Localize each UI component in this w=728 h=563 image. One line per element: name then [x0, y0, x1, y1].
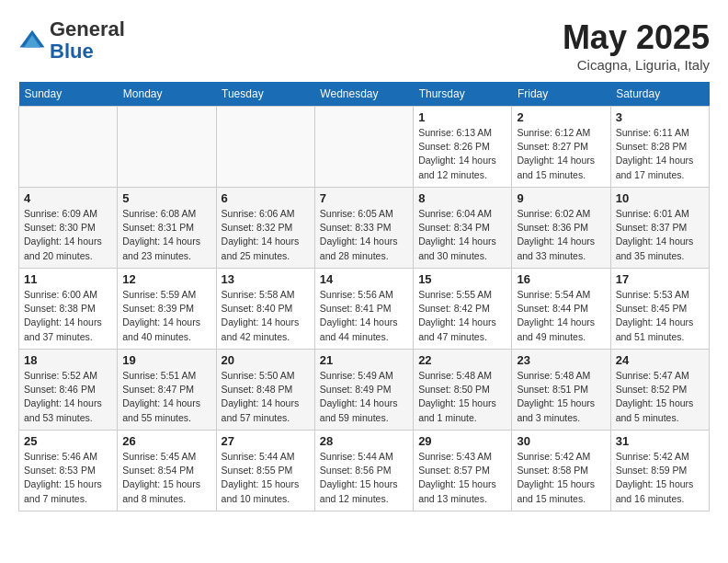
calendar-cell: 11Sunrise: 6:00 AM Sunset: 8:38 PM Dayli… — [19, 269, 118, 350]
calendar-cell: 6Sunrise: 6:06 AM Sunset: 8:32 PM Daylig… — [216, 188, 314, 269]
day-number: 23 — [517, 353, 605, 367]
day-info: Sunrise: 5:47 AM Sunset: 8:52 PM Dayligh… — [616, 369, 704, 425]
day-number: 24 — [616, 353, 704, 367]
day-info: Sunrise: 5:52 AM Sunset: 8:46 PM Dayligh… — [24, 369, 112, 425]
day-number: 22 — [418, 353, 506, 367]
calendar-cell: 22Sunrise: 5:48 AM Sunset: 8:50 PM Dayli… — [414, 350, 512, 431]
day-number: 14 — [320, 272, 408, 286]
day-number: 26 — [122, 434, 210, 448]
calendar-cell — [216, 107, 314, 188]
calendar-cell: 25Sunrise: 5:46 AM Sunset: 8:53 PM Dayli… — [19, 431, 118, 511]
calendar-cell: 29Sunrise: 5:43 AM Sunset: 8:57 PM Dayli… — [414, 431, 512, 511]
page-header: General Blue May 2025 Cicagna, Liguria, … — [18, 18, 710, 73]
day-number: 13 — [222, 272, 310, 286]
day-number: 11 — [24, 272, 112, 286]
day-info: Sunrise: 6:11 AM Sunset: 8:28 PM Dayligh… — [616, 126, 704, 182]
day-number: 4 — [24, 191, 112, 205]
week-row-2: 4Sunrise: 6:09 AM Sunset: 8:30 PM Daylig… — [19, 188, 710, 269]
calendar-cell: 16Sunrise: 5:54 AM Sunset: 8:44 PM Dayli… — [512, 269, 610, 350]
calendar-cell: 5Sunrise: 6:08 AM Sunset: 8:31 PM Daylig… — [118, 188, 216, 269]
day-number: 8 — [418, 191, 506, 205]
logo-general: General — [50, 17, 125, 40]
day-number: 30 — [517, 434, 605, 448]
calendar-cell: 10Sunrise: 6:01 AM Sunset: 8:37 PM Dayli… — [610, 188, 709, 269]
logo: General Blue — [18, 18, 125, 63]
title-block: May 2025 Cicagna, Liguria, Italy — [563, 18, 710, 73]
day-info: Sunrise: 5:58 AM Sunset: 8:40 PM Dayligh… — [222, 288, 310, 344]
day-number: 3 — [616, 110, 704, 124]
calendar-cell: 19Sunrise: 5:51 AM Sunset: 8:47 PM Dayli… — [118, 350, 216, 431]
column-header-monday: Monday — [118, 82, 216, 107]
calendar-cell: 14Sunrise: 5:56 AM Sunset: 8:41 PM Dayli… — [314, 269, 413, 350]
day-info: Sunrise: 5:44 AM Sunset: 8:55 PM Dayligh… — [222, 450, 310, 506]
day-info: Sunrise: 6:02 AM Sunset: 8:36 PM Dayligh… — [517, 207, 605, 263]
day-number: 31 — [616, 434, 704, 448]
calendar-cell: 1Sunrise: 6:13 AM Sunset: 8:26 PM Daylig… — [414, 107, 512, 188]
day-info: Sunrise: 6:08 AM Sunset: 8:31 PM Dayligh… — [122, 207, 210, 263]
calendar-cell: 7Sunrise: 6:05 AM Sunset: 8:33 PM Daylig… — [314, 188, 413, 269]
calendar-cell — [118, 107, 216, 188]
day-number: 20 — [222, 353, 310, 367]
calendar-cell — [19, 107, 118, 188]
day-number: 29 — [418, 434, 506, 448]
calendar-cell: 20Sunrise: 5:50 AM Sunset: 8:48 PM Dayli… — [216, 350, 314, 431]
day-info: Sunrise: 5:49 AM Sunset: 8:49 PM Dayligh… — [320, 369, 408, 425]
day-number: 19 — [122, 353, 210, 367]
day-info: Sunrise: 5:42 AM Sunset: 8:59 PM Dayligh… — [616, 450, 704, 506]
day-number: 16 — [517, 272, 605, 286]
day-info: Sunrise: 5:48 AM Sunset: 8:50 PM Dayligh… — [418, 369, 506, 425]
day-info: Sunrise: 5:56 AM Sunset: 8:41 PM Dayligh… — [320, 288, 408, 344]
day-info: Sunrise: 6:06 AM Sunset: 8:32 PM Dayligh… — [222, 207, 310, 263]
calendar-cell: 9Sunrise: 6:02 AM Sunset: 8:36 PM Daylig… — [512, 188, 610, 269]
day-info: Sunrise: 5:43 AM Sunset: 8:57 PM Dayligh… — [418, 450, 506, 506]
calendar-cell: 21Sunrise: 5:49 AM Sunset: 8:49 PM Dayli… — [314, 350, 413, 431]
day-number: 9 — [517, 191, 605, 205]
day-info: Sunrise: 6:12 AM Sunset: 8:27 PM Dayligh… — [517, 126, 605, 182]
location: Cicagna, Liguria, Italy — [563, 57, 710, 73]
day-number: 21 — [320, 353, 408, 367]
column-header-tuesday: Tuesday — [216, 82, 314, 107]
calendar-cell: 12Sunrise: 5:59 AM Sunset: 8:39 PM Dayli… — [118, 269, 216, 350]
day-info: Sunrise: 6:05 AM Sunset: 8:33 PM Dayligh… — [320, 207, 408, 263]
day-number: 27 — [222, 434, 310, 448]
day-number: 1 — [418, 110, 506, 124]
day-number: 10 — [616, 191, 704, 205]
day-info: Sunrise: 5:54 AM Sunset: 8:44 PM Dayligh… — [517, 288, 605, 344]
day-info: Sunrise: 5:46 AM Sunset: 8:53 PM Dayligh… — [24, 450, 112, 506]
header-row: SundayMondayTuesdayWednesdayThursdayFrid… — [19, 82, 710, 107]
day-info: Sunrise: 5:59 AM Sunset: 8:39 PM Dayligh… — [122, 288, 210, 344]
day-number: 2 — [517, 110, 605, 124]
day-info: Sunrise: 5:50 AM Sunset: 8:48 PM Dayligh… — [222, 369, 310, 425]
week-row-5: 25Sunrise: 5:46 AM Sunset: 8:53 PM Dayli… — [19, 431, 710, 511]
calendar-cell: 23Sunrise: 5:48 AM Sunset: 8:51 PM Dayli… — [512, 350, 610, 431]
logo-blue: Blue — [50, 40, 94, 63]
day-info: Sunrise: 6:04 AM Sunset: 8:34 PM Dayligh… — [418, 207, 506, 263]
calendar-cell: 18Sunrise: 5:52 AM Sunset: 8:46 PM Dayli… — [19, 350, 118, 431]
calendar-cell: 3Sunrise: 6:11 AM Sunset: 8:28 PM Daylig… — [610, 107, 709, 188]
month-title: May 2025 — [563, 18, 710, 57]
day-number: 18 — [24, 353, 112, 367]
column-header-thursday: Thursday — [414, 82, 512, 107]
day-info: Sunrise: 5:42 AM Sunset: 8:58 PM Dayligh… — [517, 450, 605, 506]
day-info: Sunrise: 5:48 AM Sunset: 8:51 PM Dayligh… — [517, 369, 605, 425]
calendar-cell: 26Sunrise: 5:45 AM Sunset: 8:54 PM Dayli… — [118, 431, 216, 511]
day-info: Sunrise: 5:45 AM Sunset: 8:54 PM Dayligh… — [122, 450, 210, 506]
day-number: 5 — [122, 191, 210, 205]
day-info: Sunrise: 6:01 AM Sunset: 8:37 PM Dayligh… — [616, 207, 704, 263]
column-header-sunday: Sunday — [19, 82, 118, 107]
calendar-cell: 28Sunrise: 5:44 AM Sunset: 8:56 PM Dayli… — [314, 431, 413, 511]
day-number: 6 — [222, 191, 310, 205]
day-info: Sunrise: 5:44 AM Sunset: 8:56 PM Dayligh… — [320, 450, 408, 506]
calendar-cell: 8Sunrise: 6:04 AM Sunset: 8:34 PM Daylig… — [414, 188, 512, 269]
day-info: Sunrise: 5:51 AM Sunset: 8:47 PM Dayligh… — [122, 369, 210, 425]
calendar-cell: 4Sunrise: 6:09 AM Sunset: 8:30 PM Daylig… — [19, 188, 118, 269]
logo-text: General Blue — [50, 18, 125, 63]
calendar-cell: 31Sunrise: 5:42 AM Sunset: 8:59 PM Dayli… — [610, 431, 709, 511]
calendar-cell: 15Sunrise: 5:55 AM Sunset: 8:42 PM Dayli… — [414, 269, 512, 350]
calendar-cell: 24Sunrise: 5:47 AM Sunset: 8:52 PM Dayli… — [610, 350, 709, 431]
calendar-cell: 13Sunrise: 5:58 AM Sunset: 8:40 PM Dayli… — [216, 269, 314, 350]
column-header-wednesday: Wednesday — [314, 82, 413, 107]
calendar-cell — [314, 107, 413, 188]
week-row-3: 11Sunrise: 6:00 AM Sunset: 8:38 PM Dayli… — [19, 269, 710, 350]
day-number: 12 — [122, 272, 210, 286]
